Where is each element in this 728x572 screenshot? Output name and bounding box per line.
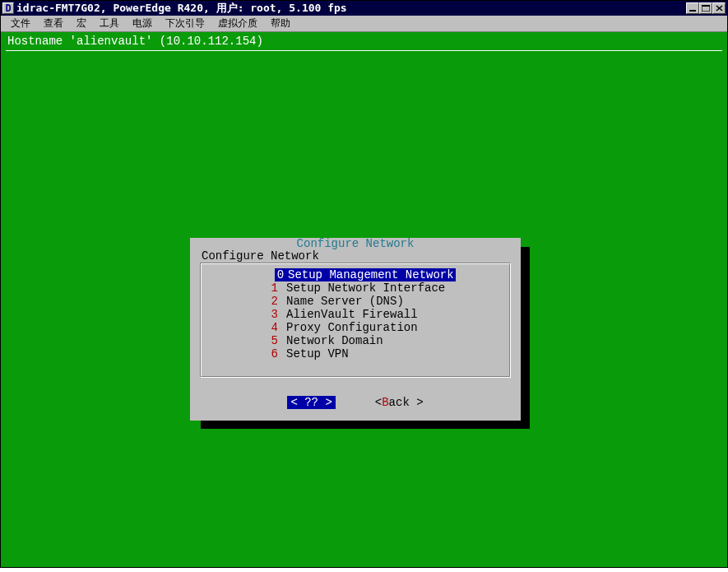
console-area: Hostname 'alienvault' (10.10.112.154) Co… [1,32,727,567]
option-label: Name Server (DNS) [286,295,404,308]
option-number: 4 [267,321,286,334]
options-frame: 0 Setup Management Network 1 Setup Netwo… [200,263,511,378]
divider [6,50,722,51]
minimize-button[interactable] [686,2,699,14]
menu-power[interactable]: 电源 [126,16,159,31]
option-label: AlienVault Firewall [286,308,418,321]
option-number: 3 [267,308,286,321]
hostname-line: Hostname 'alienvault' (10.10.112.154) [7,35,263,48]
back-open: < [375,396,382,409]
option-name-server-dns[interactable]: 2 Name Server (DNS) [267,295,456,308]
dialog-title: Configure Network [190,237,521,250]
menu-help[interactable]: 帮助 [264,16,297,31]
svg-rect-2 [702,5,710,7]
menu-macro[interactable]: 宏 [70,16,93,31]
back-button[interactable]: < Back > [375,396,424,409]
menu-tools[interactable]: 工具 [93,16,126,31]
back-hotkey: B [382,396,388,409]
option-label: Setup VPN [286,347,349,360]
option-number: 1 [267,281,286,295]
app-window: D idrac-FMT7G02, PowerEdge R420, 用户: roo… [0,0,728,568]
configure-network-dialog: Configure Network Configure Network 0 Se… [190,238,521,421]
option-network-domain[interactable]: 5 Network Domain [267,334,456,347]
titlebar: D idrac-FMT7G02, PowerEdge R420, 用户: roo… [1,1,727,16]
maximize-button[interactable] [699,2,712,14]
window-controls [686,2,726,14]
menu-view[interactable]: 查看 [37,16,70,31]
option-proxy-configuration[interactable]: 4 Proxy Configuration [267,321,456,334]
svg-rect-0 [689,10,696,12]
app-icon: D [2,2,14,14]
menu-nextboot[interactable]: 下次引导 [159,16,211,31]
menubar: 文件 查看 宏 工具 电源 下次引导 虚拟介质 帮助 [1,16,727,32]
title-text: idrac-FMT7G02, PowerEdge R420, 用户: root,… [16,1,347,16]
option-alienvault-firewall[interactable]: 3 AlienVault Firewall [267,308,456,321]
option-label: Setup Management Network [286,268,456,281]
option-label: Network Domain [286,334,383,347]
dialog-inner-label: Configure Network [202,249,319,263]
option-setup-management-network[interactable]: 0 Setup Management Network [267,268,456,281]
options-list: 0 Setup Management Network 1 Setup Netwo… [267,268,456,360]
option-number: 2 [267,295,286,308]
option-label: Proxy Configuration [286,321,418,334]
option-label: Setup Network Interface [286,281,445,295]
dialog-buttons: < ?? > < Back > [190,396,521,409]
close-button[interactable] [712,2,726,14]
option-number: 0 [275,268,286,281]
ok-button[interactable]: < ?? > [287,396,335,409]
option-setup-network-interface[interactable]: 1 Setup Network Interface [267,281,456,295]
option-number: 5 [267,334,286,347]
option-number: 6 [267,347,286,360]
back-rest: ack > [389,396,424,409]
option-setup-vpn[interactable]: 6 Setup VPN [267,347,456,360]
menu-file[interactable]: 文件 [4,16,37,31]
menu-virtualmedia[interactable]: 虚拟介质 [211,16,264,31]
